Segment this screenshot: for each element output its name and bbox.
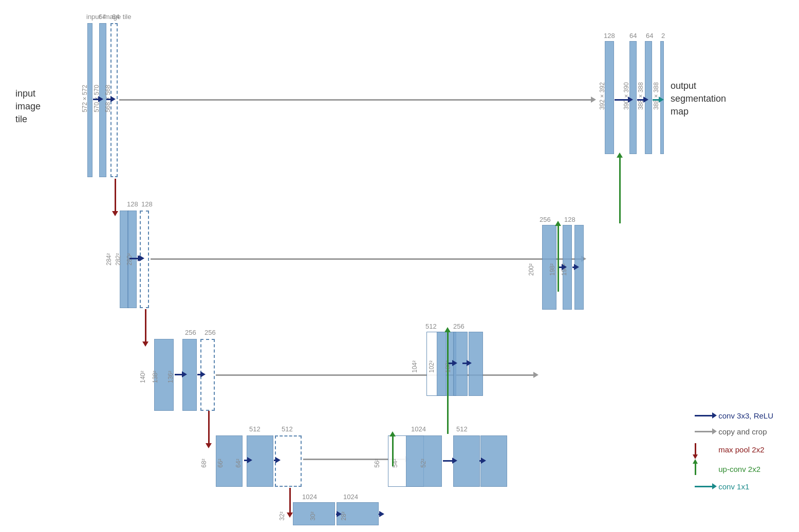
legend-conv-1x1-label: conv 1x1 (718, 482, 749, 491)
dim-392x392: 392 × 392 (599, 82, 606, 110)
legend-conv-relu: conv 3x3, ReLU (695, 411, 773, 420)
legend-conv-1x1: conv 1x1 (695, 482, 773, 491)
unet-diagram: input image tile 64 64 572 × 572 570 × 5… (0, 0, 799, 532)
dim-52sq: 52² (420, 459, 427, 467)
label-64-r1b: 64 (646, 32, 653, 40)
copy-crop-arrow-r3 (216, 374, 534, 376)
label-2-r1: 2 (661, 32, 665, 40)
dim-140sq: 140² (139, 371, 146, 383)
label-128-r2: 128 (127, 200, 138, 208)
dim-102sq: 102² (428, 360, 435, 373)
dim-30sq: 30² (309, 511, 317, 520)
upconv-arrow-r1 (619, 157, 621, 223)
dim-282sq: 282² (115, 253, 122, 265)
legend-max-pool: max pool 2x2 (695, 443, 773, 455)
legend-gray-arrow-icon (695, 431, 713, 432)
conv-arrow-r4-2 (274, 460, 276, 461)
label-128-r2b: 128 (141, 200, 153, 208)
dim-572x572: 572 × 572 (81, 85, 88, 112)
maxpool-arrow-2 (145, 309, 146, 343)
dim-388x388a: 388 × 388 (637, 82, 644, 110)
conv-arrow-out-r1-1 (615, 99, 629, 101)
dim-284sq: 284² (105, 253, 113, 265)
legend-copy-crop: copy and crop (695, 427, 773, 436)
input-image-tile-label: inputimagetile (15, 87, 41, 126)
label-512-r4r: 512 (456, 425, 468, 433)
output-label: outputsegmentationmap (671, 80, 726, 119)
legend-red-arrow-icon (695, 443, 696, 455)
conv-arrow-r4-1 (244, 460, 248, 461)
conv-arrow-out-r1-2 (637, 99, 644, 101)
copy-crop-arrow-r1 (119, 99, 592, 101)
conv-arrow-out-r2-2 (572, 267, 575, 268)
conv-arrow-bot-2 (379, 514, 380, 515)
conv-arrow-r1-1 (93, 99, 99, 100)
conv-arrow-r2-2 (138, 258, 140, 259)
dim-138sq: 138² (152, 371, 159, 383)
dim-198sq: 198² (549, 263, 556, 276)
legend-conv-relu-label: conv 3x3, ReLU (718, 411, 773, 420)
dim-64sq: 64² (235, 459, 242, 467)
dim-388x388b: 388 × 388 (653, 82, 660, 110)
legend-green-arrow-icon (695, 463, 696, 475)
legend: conv 3x3, ReLU copy and crop max pool 2x… (695, 411, 773, 491)
dim-390x390: 390 × 390 (623, 82, 630, 110)
conv-1x1-arrow-r1 (653, 99, 660, 101)
dim-32sq: 32² (278, 511, 286, 520)
copy-crop-arrow-r2 (151, 258, 582, 260)
legend-max-pool-label: max pool 2x2 (718, 445, 764, 454)
maxpool-arrow-4 (289, 488, 291, 514)
label-256-out-r3: 256 (453, 322, 464, 330)
conv-arrow-r4r-1 (443, 460, 453, 462)
legend-teal-arrow-icon (695, 486, 713, 487)
upconv-arrow-r3 (447, 331, 449, 434)
legend-blue-arrow-icon (695, 415, 713, 416)
label-64a: 64 (99, 13, 106, 21)
label-512-r4b: 512 (282, 425, 293, 433)
maxpool-arrow-1 (115, 179, 116, 212)
label-256-r3: 256 (185, 329, 196, 336)
dim-104sq: 104² (411, 360, 418, 373)
dim-66sq: 66² (217, 459, 224, 467)
dim-280sq: 280² (126, 253, 133, 265)
conv-arrow-r3-1 (175, 374, 183, 375)
dim-68sq: 68² (200, 459, 208, 467)
conv-arrow-r1-2 (106, 99, 112, 100)
label-1: input image tile (86, 13, 131, 21)
label-512-out-r3: 512 (425, 322, 437, 330)
maxpool-arrow-3 (208, 411, 210, 444)
dim-200sq: 200² (528, 263, 535, 276)
upconv-arrow-bot (392, 435, 394, 466)
legend-up-conv-label: up-conv 2x2 (718, 465, 760, 473)
legend-up-conv: up-conv 2x2 (695, 463, 773, 475)
conv-arrow-r3-2 (197, 374, 201, 375)
label-1024-r4r: 1024 (411, 425, 426, 433)
legend-copy-crop-label: copy and crop (718, 427, 767, 436)
label-1024-bot2: 1024 (343, 493, 358, 501)
label-256-r3b: 256 (205, 329, 216, 336)
conv-arrow-out-r3-2 (462, 363, 468, 364)
label-1024-bot: 1024 (302, 493, 317, 501)
dim-136sq: 136² (167, 371, 174, 383)
label-64b: 64 (112, 13, 119, 21)
conv-arrow-bot-1 (336, 514, 338, 515)
upconv-arrow-r2 (558, 225, 559, 292)
label-128-out-r2: 128 (564, 216, 575, 223)
label-256-out-r2: 256 (540, 216, 551, 223)
fmap-out-r1-128 (605, 41, 614, 154)
label-64-r1a: 64 (629, 32, 637, 40)
conv-arrow-r4r-2 (479, 460, 482, 462)
dim-56sq: 56² (374, 459, 381, 467)
label-128-r1: 128 (604, 32, 615, 40)
label-512-r4: 512 (249, 425, 261, 433)
